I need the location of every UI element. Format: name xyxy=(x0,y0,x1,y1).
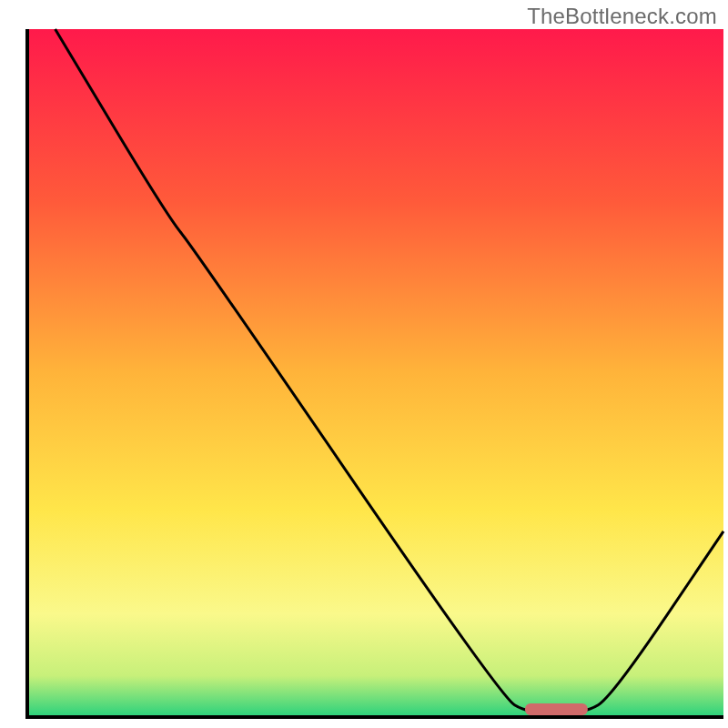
optimal-marker xyxy=(525,703,588,715)
watermark-text: TheBottleneck.com xyxy=(527,4,717,29)
chart-container: TheBottleneck.com xyxy=(0,0,728,728)
bottleneck-chart xyxy=(0,0,728,728)
gradient-background xyxy=(27,29,723,717)
plot-area xyxy=(27,29,723,717)
